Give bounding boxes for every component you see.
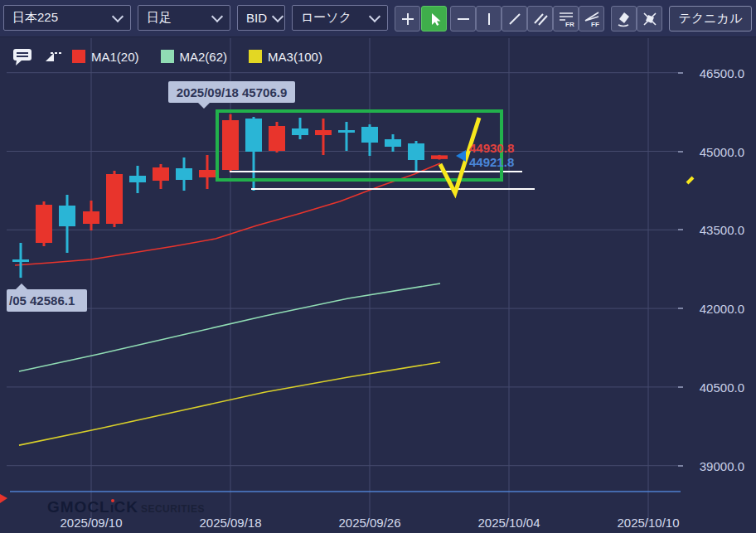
y-axis-tick (678, 308, 683, 309)
eraser-button[interactable] (611, 6, 637, 31)
logo-suffix: SECURITIES (141, 503, 205, 515)
logo-text-2: CK (114, 498, 138, 516)
comment-icon (12, 46, 34, 66)
chart-style-select[interactable]: ローソク (292, 5, 388, 31)
y-axis-tick (678, 72, 683, 74)
ma3-label: MA3(100) (268, 50, 322, 64)
erase-all-icon (642, 11, 658, 27)
candle-body (408, 143, 424, 160)
logo-text-1: GMOCL (47, 498, 110, 516)
fibonacci-fan-icon: FF (584, 11, 600, 27)
chart-style-select-value: ローソク (301, 10, 351, 26)
candle-body (176, 168, 192, 180)
y-axis-label: 46500.0 (700, 66, 744, 80)
chart-legend: MA1(20) MA2(62) MA3(100) (12, 46, 344, 66)
angle-tool-button[interactable] (42, 48, 64, 65)
technical-indicators-button[interactable]: テクニカル (669, 6, 752, 31)
legend-item-ma2[interactable]: MA2(62) (161, 50, 228, 64)
vertical-line-icon (482, 12, 497, 27)
ask-price-tag: 44930.8 (469, 141, 514, 155)
y-axis-tick (678, 151, 683, 153)
ma1-label: MA1(20) (91, 50, 139, 64)
candle-body (431, 155, 448, 159)
ma3-color-swatch (249, 50, 262, 63)
candle-body (153, 167, 169, 181)
candle-high-tooltip: 2025/09/18 45706.9 (168, 81, 295, 103)
chevron-down-icon (211, 10, 223, 22)
y-axis-tick (678, 229, 683, 230)
logo-dotted-i: ı (110, 500, 114, 516)
plus-icon (400, 12, 415, 27)
pointer-button[interactable] (421, 6, 447, 31)
y-axis-tick (678, 386, 683, 388)
eraser-icon (616, 11, 632, 27)
y-axis-label: 42000.0 (700, 302, 744, 316)
fr-label: FR (565, 21, 574, 27)
vertical-line-button[interactable] (476, 6, 502, 31)
y-axis-label: 45000.0 (700, 145, 744, 159)
ff-label: FF (591, 21, 599, 27)
y-axis-tick (678, 465, 683, 467)
candle-body (83, 211, 99, 224)
price-side-select-value: BID (246, 11, 267, 25)
symbol-select[interactable]: 日本225 (3, 5, 131, 31)
candle-body (338, 130, 355, 133)
ma2-label: MA2(62) (180, 50, 228, 64)
bid-price-tag: 44921.8 (469, 155, 514, 169)
fibonacci-retracement-button[interactable]: FR (553, 6, 579, 31)
price-chart[interactable] (0, 0, 756, 533)
price-side-select[interactable]: BID (237, 5, 285, 31)
candle-body (292, 128, 308, 135)
trend-angle-icon (42, 48, 64, 65)
candle-body (199, 170, 216, 177)
y-axis-label: 39000.0 (700, 459, 744, 473)
candle-body (36, 205, 52, 243)
candle-body (222, 120, 239, 170)
trend-line-icon (507, 12, 522, 27)
trend-line-button[interactable] (502, 6, 527, 31)
chevron-down-icon (272, 10, 284, 22)
parallel-lines-icon (533, 12, 548, 27)
chevron-down-icon (112, 10, 124, 22)
trading-chart-app: 日本225 日足 BID ローソク (0, 0, 756, 533)
legend-item-ma1[interactable]: MA1(20) (72, 50, 139, 64)
horizontal-line-button[interactable] (450, 6, 476, 31)
candle-body (59, 206, 75, 226)
moving-average-line (19, 362, 440, 445)
x-axis-label: 2025/10/10 (603, 516, 694, 530)
candle-body (361, 127, 378, 143)
broker-logo: GMOCL ı CK SECURITIES (47, 498, 205, 516)
candle-low-tooltip: /05 42586.1 (7, 289, 87, 312)
x-axis-label: 2025/09/26 (324, 516, 415, 530)
erase-all-button[interactable] (637, 6, 662, 31)
cursor-icon (427, 12, 442, 27)
y-axis-label: 40500.0 (700, 380, 744, 395)
candle-body (385, 139, 401, 147)
timeframe-select-value: 日足 (147, 10, 172, 26)
parallel-lines-button[interactable] (527, 6, 553, 31)
drawn-yellow-tick (687, 177, 693, 183)
candle-body (106, 174, 123, 224)
x-axis-label: 2025/10/04 (463, 516, 555, 530)
x-axis-label: 2025/09/10 (46, 516, 137, 530)
toolbar: 日本225 日足 BID ローソク (0, 0, 756, 37)
ma2-color-swatch (161, 50, 174, 63)
x-axis-label: 2025/09/18 (185, 516, 276, 530)
crosshair-button[interactable] (395, 6, 420, 31)
current-price-arrow-icon (456, 150, 466, 162)
comment-tool-button[interactable] (12, 46, 34, 66)
candle-body (315, 130, 332, 135)
fibonacci-retracement-icon: FR (558, 11, 574, 27)
candle-body (129, 176, 146, 182)
candle-body (245, 119, 262, 152)
legend-item-ma3[interactable]: MA3(100) (249, 50, 322, 64)
candle-body (12, 259, 29, 262)
symbol-select-value: 日本225 (12, 10, 58, 26)
timeframe-select[interactable]: 日足 (138, 5, 230, 31)
fibonacci-fan-button[interactable]: FF (579, 6, 604, 31)
left-edge-marker (0, 494, 7, 503)
chevron-down-icon (369, 10, 380, 22)
ma1-color-swatch (72, 50, 85, 63)
candle-body (269, 126, 285, 151)
y-axis-label: 43500.0 (700, 223, 744, 237)
